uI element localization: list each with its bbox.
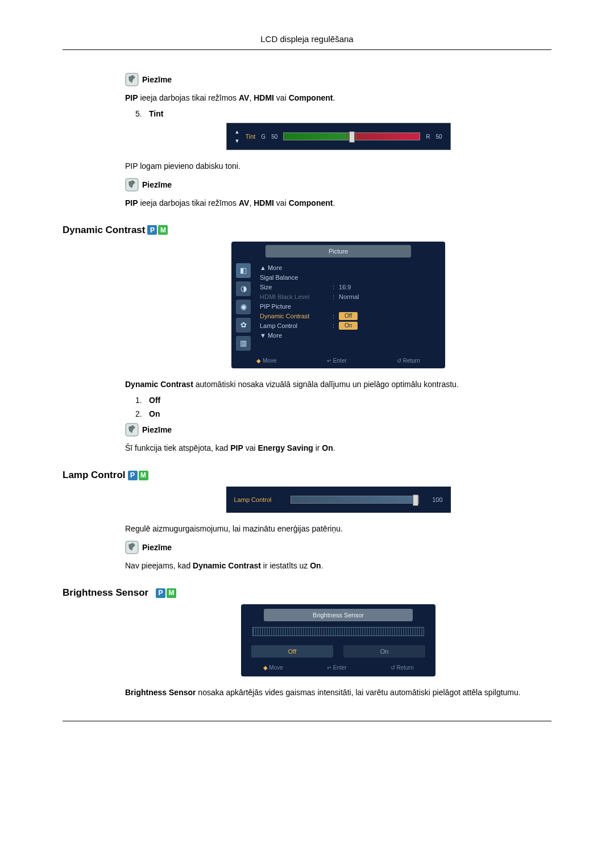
osd-item: Size <box>260 284 328 290</box>
bs-osd-container: Brightness Sensor Off On ◆ Move ↵ Enter … <box>125 604 551 676</box>
dyn-option: 1.Off <box>135 396 551 405</box>
osd-value: On <box>339 322 358 330</box>
note-icon <box>125 541 139 554</box>
p-badge-icon: P <box>156 588 165 598</box>
note-icon <box>125 73 139 86</box>
osd-item: HDMI Black Level <box>260 293 328 300</box>
tint-desc: PIP logam pievieno dabisku toni. <box>125 160 551 172</box>
note-label: Piezīme <box>142 543 172 552</box>
tint-osd-name: Tint <box>245 133 255 140</box>
osd-value-selected: Off <box>339 312 358 320</box>
osd-multi-icon: ▥ <box>236 336 251 351</box>
tint-slider-thumb <box>349 131 355 143</box>
dyn-desc: Dynamic Contrast automātiski nosaka vizu… <box>125 379 551 390</box>
lamp-osd: Lamp Control 100 <box>226 487 451 513</box>
osd-item: Sigal Balance <box>260 274 328 281</box>
osd-setup-icon: ◉ <box>236 300 251 314</box>
bs-osd-slider <box>252 627 424 636</box>
osd-sound-icon: ◑ <box>236 281 251 296</box>
note-icon <box>125 423 139 437</box>
picture-osd-container: Picture ◧ ◑ ◉ ✿ ▥ ▲ More Sigal Balance S… <box>125 242 551 368</box>
lamp-osd-value: 100 <box>427 496 443 503</box>
dyn-option: 2.On <box>135 409 551 418</box>
page-header: LCD displeja regulēšana <box>63 34 551 50</box>
pm-badges: P M <box>147 225 168 235</box>
p-badge-icon: P <box>128 471 138 480</box>
m-badge-icon: M <box>158 225 168 235</box>
brightness-sensor-osd: Brightness Sensor Off On ◆ Move ↵ Enter … <box>241 604 435 676</box>
tint-r-label: R <box>426 134 430 140</box>
dynamic-contrast-heading: Dynamic Contrast P M <box>63 225 551 236</box>
osd-more-up: ▲ More <box>260 264 328 271</box>
picture-osd-list: ▲ More Sigal Balance Size:16:9 HDMI Blac… <box>260 263 439 351</box>
note-label: Piezīme <box>142 75 172 84</box>
osd-picture-icon: ◧ <box>236 263 251 278</box>
note-label: Piezīme <box>142 425 172 434</box>
lamp-slider <box>291 496 419 504</box>
tint-g-label: G <box>261 134 265 140</box>
tint-g-value: 50 <box>271 134 277 140</box>
lamp-note: Nav pieejams, kad Dynamic Contrast ir ie… <box>125 560 551 571</box>
bs-osd-title: Brightness Sensor <box>264 609 413 621</box>
osd-item-selected: Dynamic Contrast <box>260 313 328 319</box>
note-row: Piezīme <box>125 541 551 554</box>
page-footer-rule <box>63 721 551 721</box>
osd-value: Normal <box>339 293 359 300</box>
picture-osd-footer: ◆ Move ↵ Enter ↺ Return <box>231 354 445 368</box>
osd-item: PIP Picture <box>260 303 328 310</box>
note-row: Piezīme <box>125 423 551 437</box>
osd-option-icon: ✿ <box>236 318 251 333</box>
tint-slider <box>283 132 420 140</box>
arrow-up-icon: ▲ <box>235 129 240 135</box>
osd-item: Lamp Control <box>260 322 328 329</box>
list-number: 5. <box>135 109 149 118</box>
tint-label: Tint <box>149 109 163 118</box>
osd-more-down: ▼ More <box>260 332 328 339</box>
tint-r-value: 50 <box>435 134 442 140</box>
tint-arrows: ▲ ▼ <box>235 129 240 144</box>
tint-list-item: 5.Tint <box>135 109 551 118</box>
m-badge-icon: M <box>139 471 148 480</box>
brightness-sensor-heading: Brightness Sensor P M <box>63 587 551 599</box>
picture-osd-sidebar: ◧ ◑ ◉ ✿ ▥ <box>236 263 251 351</box>
p-badge-icon: P <box>147 225 157 235</box>
picture-osd-title: Picture <box>265 245 411 258</box>
pip-note: PIP ieeja darbojas tikai režīmos AV, HDM… <box>125 92 551 103</box>
lamp-desc: Regulē aizmugurgaismojumu, lai mazinātu … <box>125 523 551 534</box>
bs-option-on: On <box>343 645 425 658</box>
lamp-slider-thumb <box>413 495 418 506</box>
lamp-osd-container: Lamp Control 100 <box>125 487 551 513</box>
pm-badges: P M <box>128 471 148 480</box>
osd-value: 16:9 <box>339 284 351 290</box>
bs-osd-footer: ◆ Move ↵ Enter ↺ Return <box>241 662 435 674</box>
pip-note: PIP ieeja darbojas tikai režīmos AV, HDM… <box>125 197 551 209</box>
note-row: Piezīme <box>125 178 551 192</box>
note-label: Piezīme <box>142 180 172 189</box>
m-badge-icon: M <box>167 588 176 598</box>
arrow-down-icon: ▼ <box>235 138 240 144</box>
note-row: Piezīme <box>125 73 551 86</box>
lamp-osd-label: Lamp Control <box>234 496 283 503</box>
bs-option-off: Off <box>251 645 333 658</box>
pm-badges: P M <box>156 588 176 598</box>
content-area: Piezīme PIP ieeja darbojas tikai režīmos… <box>125 73 551 698</box>
bs-desc: Brightness Sensor nosaka apkārtējās vide… <box>125 687 551 698</box>
bs-osd-options: Off On <box>251 645 425 658</box>
dyn-note: Šī funkcija tiek atspējota, kad PIP vai … <box>125 442 551 454</box>
tint-osd: ▲ ▼ Tint G 50 R 50 <box>226 123 451 150</box>
picture-osd: Picture ◧ ◑ ◉ ✿ ▥ ▲ More Sigal Balance S… <box>231 242 445 368</box>
note-icon <box>125 178 139 192</box>
tint-osd-container: ▲ ▼ Tint G 50 R 50 <box>125 123 551 150</box>
lamp-control-heading: Lamp Control P M <box>63 470 551 481</box>
